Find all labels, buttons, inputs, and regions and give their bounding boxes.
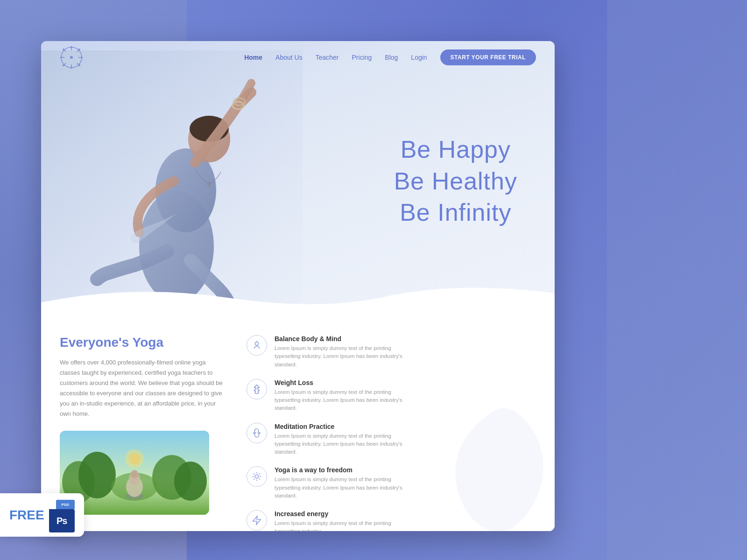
feature-icon-1 <box>247 335 267 356</box>
svg-point-30 <box>174 462 207 501</box>
feature-text-4: Yoga is a way to freedom Lorem Ipsum is … <box>275 466 415 500</box>
svg-point-12 <box>60 56 62 58</box>
nav-links: Home About Us Teacher Pricing Blog Login… <box>244 49 536 65</box>
feature-item-1: Balance Body & Mind Lorem Ipsum is simpl… <box>247 335 536 369</box>
feature-title-2: Weight Loss <box>275 379 415 386</box>
feature-icon-4 <box>247 466 267 487</box>
free-psd-badge: FREE PSD Ps <box>0 493 84 537</box>
nav-pricing[interactable]: Pricing <box>352 54 372 61</box>
svg-point-25 <box>207 182 211 187</box>
features-list: Balance Body & Mind Lorem Ipsum is simpl… <box>247 335 536 531</box>
nav-about[interactable]: About Us <box>275 54 303 61</box>
nav-teacher[interactable]: Teacher <box>316 54 339 61</box>
feature-desc-1: Lorem Ipsum is simply dummy text of the … <box>275 344 415 369</box>
section-desc: We offers over 4,000 professionally-film… <box>60 357 223 420</box>
feature-desc-4: Lorem Ipsum is simply dummy text of the … <box>275 476 415 500</box>
hero-section: Home About Us Teacher Pricing Blog Login… <box>41 41 555 321</box>
feature-icon-2 <box>247 379 267 399</box>
feature-title-5: Increased energy <box>275 510 415 518</box>
logo[interactable] <box>60 46 83 69</box>
svg-point-37 <box>129 453 140 464</box>
svg-point-35 <box>131 470 138 478</box>
feature-desc-2: Lorem Ipsum is simply dummy text of the … <box>275 388 415 413</box>
feature-item-5: Increased energy Lorem Ipsum is simply d… <box>247 510 536 531</box>
svg-point-14 <box>63 49 64 50</box>
feature-text-3: Meditation Practice Lorem Ipsum is simpl… <box>275 423 415 456</box>
feature-desc-3: Lorem Ipsum is simply dummy text of the … <box>275 432 415 456</box>
navbar: Home About Us Teacher Pricing Blog Login… <box>41 41 555 74</box>
bg-side-right <box>607 0 747 560</box>
svg-point-16 <box>63 64 64 66</box>
main-card: Home About Us Teacher Pricing Blog Login… <box>41 41 555 531</box>
feature-title-3: Meditation Practice <box>275 423 415 430</box>
svg-point-1 <box>70 56 73 59</box>
cta-button[interactable]: START YOUR FREE TRIAL <box>440 49 536 65</box>
left-content: Everyone's Yoga We offers over 4,000 pro… <box>60 335 223 531</box>
feature-text-2: Weight Loss Lorem Ipsum is simply dummy … <box>275 379 415 413</box>
hero-line3: Be Infinity <box>394 197 517 229</box>
svg-point-17 <box>78 64 80 66</box>
feature-item-3: Meditation Practice Lorem Ipsum is simpl… <box>247 423 536 456</box>
section-title: Everyone's Yoga <box>60 335 223 350</box>
feature-text-5: Increased energy Lorem Ipsum is simply d… <box>275 510 415 531</box>
psd-main-label: Ps <box>49 509 75 532</box>
nav-home[interactable]: Home <box>244 54 262 61</box>
feature-title-1: Balance Body & Mind <box>275 335 415 343</box>
feature-icon-5 <box>247 510 267 531</box>
hero-tagline: Be Happy Be Healthy Be Infinity <box>394 134 517 229</box>
svg-point-11 <box>70 67 72 69</box>
svg-point-38 <box>255 342 258 345</box>
free-label: FREE <box>9 508 44 523</box>
hero-yoga-image <box>41 50 303 321</box>
svg-point-28 <box>78 452 116 498</box>
feature-desc-5: Lorem Ipsum is simply dummy text of the … <box>275 519 415 531</box>
feature-item-4: Yoga is a way to freedom Lorem Ipsum is … <box>247 466 536 500</box>
hero-line1: Be Happy <box>394 134 517 166</box>
lower-section: Everyone's Yoga We offers over 4,000 pro… <box>41 321 555 531</box>
nav-login[interactable]: Login <box>411 54 427 61</box>
feature-title-4: Yoga is a way to freedom <box>275 466 415 474</box>
psd-top-label: PSD <box>56 500 75 509</box>
hero-line2: Be Healthy <box>394 165 517 197</box>
hero-wave <box>41 284 555 321</box>
svg-point-13 <box>81 56 83 58</box>
psd-icon: PSD Ps <box>49 500 75 530</box>
svg-point-10 <box>70 46 72 48</box>
svg-point-40 <box>255 475 258 478</box>
nav-blog[interactable]: Blog <box>385 54 398 61</box>
feature-icon-3 <box>247 423 267 443</box>
feature-text-1: Balance Body & Mind Lorem Ipsum is simpl… <box>275 335 415 369</box>
feature-item-2: Weight Loss Lorem Ipsum is simply dummy … <box>247 379 536 413</box>
svg-point-15 <box>78 49 80 50</box>
